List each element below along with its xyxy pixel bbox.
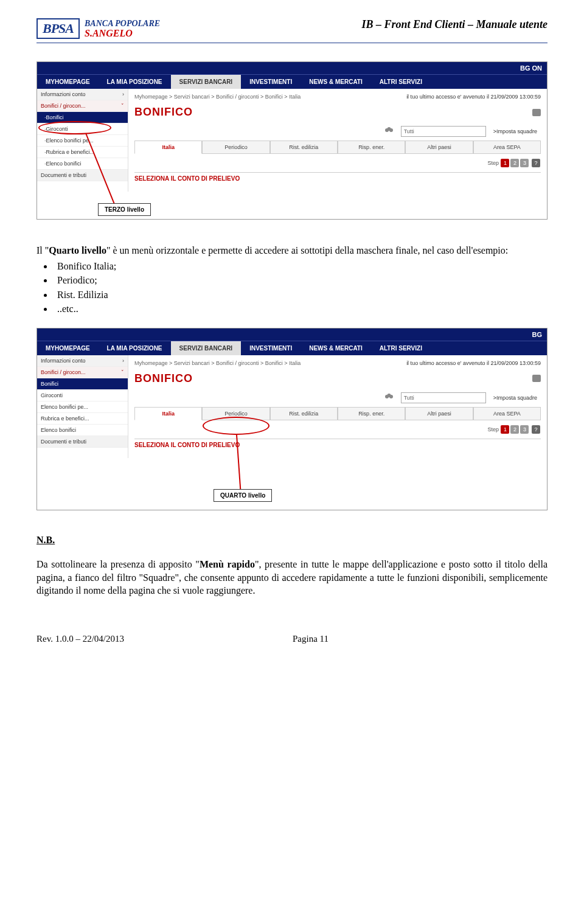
logo-badge: BPSA	[36, 18, 80, 39]
brand-bar: BG ON	[37, 62, 547, 74]
menu-myhomepage[interactable]: MYHOMEPAGE	[37, 75, 99, 89]
tab-risp-ener[interactable]: Risp. ener.	[338, 408, 405, 420]
people-icon	[385, 127, 397, 136]
sidebar-elenco-pe[interactable]: ·Elenco bonifici pe...	[37, 135, 128, 147]
paragraph-quarto-livello: Il "Quarto livello" è un menù orizzontal…	[36, 244, 548, 316]
quick-bar: >Imposta squadre	[134, 122, 541, 141]
sidebar-bonifici[interactable]: ·Bonifici	[37, 112, 128, 123]
menu-investimenti[interactable]: INVESTIMENTI	[241, 75, 301, 89]
imposta-squadre-button[interactable]: >Imposta squadre	[490, 394, 541, 402]
revision: Rev. 1.0.0 – 22/04/2013	[36, 634, 124, 644]
bullet-list: Bonifico Italia; Periodico; Rist. Ediliz…	[54, 260, 548, 316]
sidebar-bonifici-cat[interactable]: Bonifici / girocon...˅	[37, 367, 128, 378]
people-icon	[385, 393, 397, 403]
breadcrumb: Myhomepage > Servizi bancari > Bonifici …	[134, 358, 541, 369]
breadcrumb-path: Myhomepage > Servizi bancari > Bonifici …	[134, 360, 301, 366]
step-indicator: Step 123 ?	[134, 420, 541, 439]
tab-italia[interactable]: Italia	[134, 141, 202, 154]
main-menu: MYHOMEPAGE LA MIA POSIZIONE SERVIZI BANC…	[37, 74, 547, 89]
logo: BPSA BANCA POPOLARE S.ANGELO	[36, 18, 160, 39]
print-icon[interactable]	[532, 109, 541, 116]
sidebar-info-conto[interactable]: Informazioni conto›	[37, 89, 128, 100]
header-rule	[36, 43, 548, 43]
logo-text: BANCA POPOLARE S.ANGELO	[85, 19, 160, 39]
sidebar-bonifici-cat[interactable]: Bonifici / girocon...˅	[37, 100, 128, 112]
page-footer: Rev. 1.0.0 – 22/04/2013 Pagina 11	[36, 634, 548, 644]
sidebar-rubrica[interactable]: ·Rubrica e benefici...	[37, 147, 128, 158]
list-item: Periodico;	[54, 274, 548, 287]
main-menu: MYHOMEPAGE LA MIA POSIZIONE SERVIZI BANC…	[37, 341, 547, 355]
menu-servizi-bancari[interactable]: SERVIZI BANCARI	[171, 75, 242, 89]
page-header: BPSA BANCA POPOLARE S.ANGELO IB – Front …	[36, 18, 548, 39]
tab-area-sepa[interactable]: Area SEPA	[473, 141, 541, 154]
menu-myhomepage[interactable]: MYHOMEPAGE	[37, 341, 99, 355]
sidebar-info-conto[interactable]: Informazioni conto›	[37, 355, 128, 367]
imposta-squadre-button[interactable]: >Imposta squadre	[490, 127, 541, 136]
tab-rist-edilizia[interactable]: Rist. edilizia	[270, 141, 338, 154]
sidebar-giroconti[interactable]: Giroconti	[37, 390, 128, 401]
tab-altri-paesi[interactable]: Altri paesi	[405, 408, 473, 420]
brand-bar: BG	[37, 328, 547, 341]
menu-posizione[interactable]: LA MIA POSIZIONE	[99, 341, 171, 355]
nb-heading: N.B.	[36, 535, 548, 546]
list-item: Rist. Edilizia	[54, 288, 548, 302]
menu-news[interactable]: NEWS & MERCATI	[301, 341, 371, 355]
menu-news[interactable]: NEWS & MERCATI	[301, 75, 371, 89]
list-item: ..etc..	[54, 302, 548, 316]
selection-header: SELEZIONA IL CONTO DI PRELIEVO	[134, 172, 541, 187]
squadre-filter-input[interactable]	[401, 392, 486, 403]
menu-altri[interactable]: ALTRI SERVIZI	[371, 75, 431, 89]
tab-risp-ener[interactable]: Risp. ener.	[338, 141, 405, 154]
annotation-label-terzo: TERZO livello	[98, 203, 151, 216]
quick-bar: >Imposta squadre	[134, 389, 541, 407]
menu-servizi-bancari[interactable]: SERVIZI BANCARI	[171, 341, 242, 355]
breadcrumb-path: Myhomepage > Servizi bancari > Bonifici …	[134, 94, 301, 100]
tab-periodico[interactable]: Periodico	[202, 141, 269, 154]
sub-tabs: Italia Periodico Rist. edilizia Risp. en…	[134, 407, 541, 420]
sidebar-rubrica[interactable]: Rubrica e benefici...	[37, 413, 128, 425]
squadre-filter-input[interactable]	[401, 126, 486, 137]
selection-header: SELEZIONA IL CONTO DI PRELIEVO	[134, 439, 541, 453]
page-title: BONIFICO	[134, 102, 193, 122]
doc-title: IB – Front End Clienti – Manuale utente	[361, 18, 548, 31]
breadcrumb: Myhomepage > Servizi bancari > Bonifici …	[134, 91, 541, 102]
list-item: Bonifico Italia;	[54, 260, 548, 273]
screenshot-terzo-livello: BG ON MYHOMEPAGE LA MIA POSIZIONE SERVIZ…	[36, 61, 548, 220]
nb-paragraph: Da sottolineare la presenza di apposito …	[36, 558, 548, 597]
tab-area-sepa[interactable]: Area SEPA	[473, 408, 541, 420]
sidebar-giroconti[interactable]: ·Giroconti	[37, 123, 128, 135]
last-access: il tuo ultimo accesso e' avvenuto il 21/…	[406, 360, 541, 366]
sidebar-documenti[interactable]: Documenti e tributi	[37, 170, 128, 181]
page-number: Pagina 11	[293, 634, 328, 644]
menu-posizione[interactable]: LA MIA POSIZIONE	[99, 75, 171, 89]
tab-rist-edilizia[interactable]: Rist. edilizia	[270, 408, 338, 420]
sidebar-elenco[interactable]: Elenco bonifici	[37, 425, 128, 436]
tab-altri-paesi[interactable]: Altri paesi	[405, 141, 473, 154]
sidebar-elenco[interactable]: ·Elenco bonifici	[37, 158, 128, 170]
annotation-label-quarto: QUARTO livello	[214, 489, 272, 502]
step-indicator: Step 123 ?	[134, 154, 541, 172]
sidebar-bonifici[interactable]: Bonifici	[37, 378, 128, 390]
last-access: il tuo ultimo accesso e' avvenuto il 21/…	[406, 94, 541, 100]
menu-investimenti[interactable]: INVESTIMENTI	[241, 341, 301, 355]
page-title: BONIFICO	[134, 369, 193, 389]
print-icon[interactable]	[532, 375, 541, 382]
menu-altri[interactable]: ALTRI SERVIZI	[371, 341, 431, 355]
screenshot-quarto-livello: BG MYHOMEPAGE LA MIA POSIZIONE SERVIZI B…	[36, 328, 548, 510]
sidebar-elenco-pe[interactable]: Elenco bonifici pe...	[37, 401, 128, 413]
sub-tabs: Italia Periodico Rist. edilizia Risp. en…	[134, 141, 541, 154]
sidebar: Informazioni conto› Bonifici / girocon..…	[37, 355, 128, 458]
tab-periodico[interactable]: Periodico	[202, 408, 269, 420]
tab-italia[interactable]: Italia	[134, 408, 202, 420]
sidebar-documenti[interactable]: Documenti e tributi	[37, 436, 128, 448]
sidebar: Informazioni conto› Bonifici / girocon..…	[37, 89, 128, 192]
